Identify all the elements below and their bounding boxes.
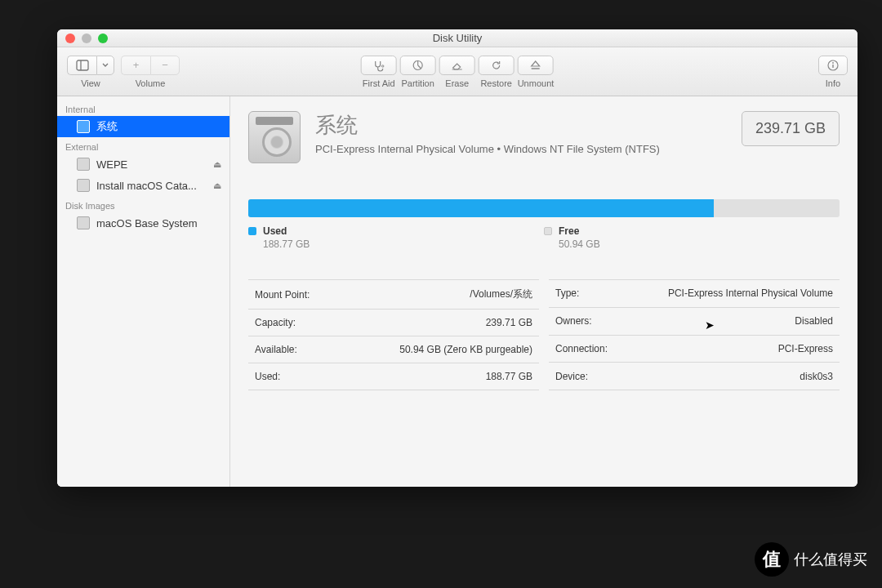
unmount-button[interactable]	[518, 56, 554, 75]
volume-remove-button: −	[150, 56, 180, 75]
swatch-free-icon	[544, 227, 552, 235]
restore-button[interactable]	[479, 56, 514, 75]
free-value: 50.94 GB	[559, 238, 840, 250]
main-pane: 系统 PCI-Express Internal Physical Volume …	[230, 96, 858, 487]
detail-key: Used:	[248, 363, 341, 390]
sidebar-item-external-1[interactable]: Install macOS Cata... ⏏	[57, 175, 229, 196]
detail-row: Used:188.77 GB	[248, 363, 539, 390]
window-title: Disk Utility	[433, 32, 483, 44]
partition-label: Partition	[401, 78, 434, 88]
detail-key: Available:	[248, 336, 341, 363]
toolbar-center: First Aid Partition Erase Restore Unmoun…	[361, 56, 555, 88]
detail-val: /Volumes/系统	[341, 280, 539, 310]
detail-val: PCI-Express	[627, 335, 840, 363]
sidebar-item-diskimage-0[interactable]: macOS Base System	[57, 212, 229, 234]
info-icon	[826, 59, 840, 72]
close-icon[interactable]	[65, 33, 75, 43]
partition-button[interactable]	[400, 56, 436, 75]
detail-key: Type:	[549, 280, 627, 308]
free-label: Free	[559, 225, 579, 237]
volume-heading: 系统 PCI-Express Internal Physical Volume …	[315, 111, 660, 155]
detail-key: Owners:	[549, 307, 627, 335]
watermark-text: 什么值得买	[794, 550, 867, 569]
detail-key: Mount Point:	[248, 280, 341, 310]
sidebar-header-internal: Internal	[57, 100, 229, 116]
zoom-icon[interactable]	[98, 33, 108, 43]
disk-icon	[77, 120, 90, 133]
sidebar-item-label: macOS Base System	[96, 217, 198, 229]
sidebar-item-label: WEPE	[96, 158, 127, 171]
sidebar-item-label: 系统	[96, 119, 118, 134]
view-label: View	[81, 78, 100, 88]
pie-icon	[412, 59, 425, 72]
erase-button[interactable]	[439, 56, 475, 75]
usage-bar	[248, 199, 840, 217]
detail-val: PCI-Express Internal Physical Volume	[627, 280, 840, 308]
minimize-icon[interactable]	[82, 33, 91, 43]
sidebar: Internal 系统 External WEPE ⏏ Install macO…	[57, 96, 230, 487]
eject-icon	[529, 59, 542, 72]
erase-label: Erase	[445, 78, 469, 88]
erase-icon	[451, 59, 464, 72]
unmount-label: Unmount	[518, 78, 555, 88]
disk-icon	[77, 158, 90, 171]
first-aid-button[interactable]	[361, 56, 397, 75]
restore-label: Restore	[480, 78, 512, 88]
sidebar-header-external: External	[57, 137, 229, 154]
info-button[interactable]	[818, 56, 848, 75]
info-group: Info	[818, 56, 848, 88]
detail-val: Disabled	[627, 307, 840, 335]
details-section: Mount Point:/Volumes/系统 Capacity:239.71 …	[248, 279, 840, 390]
svg-point-7	[832, 62, 834, 64]
volume-name: 系统	[315, 111, 660, 140]
detail-row: Connection:PCI-Express	[549, 335, 840, 363]
detail-row: Capacity:239.71 GB	[248, 310, 539, 336]
detail-key: Connection:	[549, 335, 627, 363]
view-menu-button[interactable]	[96, 56, 114, 75]
eject-icon[interactable]: ⏏	[213, 180, 221, 191]
usage-legend: Used 188.77 GB Free 50.94 GB	[248, 225, 840, 250]
chevron-down-icon	[102, 63, 109, 68]
detail-row: Available:50.94 GB (Zero KB purgeable)	[248, 336, 539, 363]
window-body: Internal 系统 External WEPE ⏏ Install macO…	[57, 96, 858, 487]
detail-row: Mount Point:/Volumes/系统	[248, 280, 539, 310]
detail-row: Device:disk0s3	[549, 363, 840, 390]
disk-icon	[77, 216, 90, 229]
traffic-lights	[65, 33, 108, 43]
eject-icon[interactable]: ⏏	[213, 159, 221, 170]
usage-bar-used	[248, 199, 714, 217]
watermark-badge-icon: 值	[755, 542, 789, 577]
sidebar-item-label: Install macOS Cata...	[96, 180, 197, 192]
detail-row: Type:PCI-Express Internal Physical Volum…	[549, 280, 840, 308]
details-right-table: Type:PCI-Express Internal Physical Volum…	[549, 279, 840, 390]
detail-row: Owners:Disabled	[549, 307, 840, 335]
titlebar[interactable]: Disk Utility	[57, 29, 858, 47]
detail-val: 188.77 GB	[341, 363, 539, 390]
usage-section: Used 188.77 GB Free 50.94 GB	[248, 199, 840, 250]
info-label: Info	[826, 78, 840, 88]
sidebar-item-internal-0[interactable]: 系统	[57, 116, 229, 137]
volume-label: Volume	[136, 78, 166, 88]
volume-group: + − Volume	[121, 56, 180, 88]
sidebar-item-external-0[interactable]: WEPE ⏏	[57, 154, 229, 175]
svg-point-2	[381, 65, 383, 66]
detail-val: disk0s3	[627, 363, 840, 390]
detail-val: 50.94 GB (Zero KB purgeable)	[341, 336, 539, 363]
sidebar-toggle-button[interactable]	[67, 56, 96, 75]
stethoscope-icon	[372, 59, 385, 72]
detail-val: 239.71 GB	[341, 310, 539, 336]
used-label: Used	[263, 225, 287, 237]
view-group: View	[67, 56, 114, 88]
detail-key: Capacity:	[248, 310, 341, 336]
volume-disk-icon	[248, 111, 301, 163]
disk-utility-window: Disk Utility View + − Volume First Aid P	[57, 29, 858, 487]
sidebar-header-diskimages: Disk Images	[57, 196, 229, 212]
volume-header: 系统 PCI-Express Internal Physical Volume …	[248, 111, 840, 163]
first-aid-label: First Aid	[363, 78, 395, 88]
sidebar-icon	[76, 59, 89, 72]
detail-key: Device:	[549, 363, 627, 390]
volume-size-badge: 239.71 GB	[742, 111, 840, 146]
volume-subtitle: PCI-Express Internal Physical Volume • W…	[315, 143, 660, 155]
details-left-table: Mount Point:/Volumes/系统 Capacity:239.71 …	[248, 279, 539, 390]
restore-icon	[490, 59, 503, 72]
